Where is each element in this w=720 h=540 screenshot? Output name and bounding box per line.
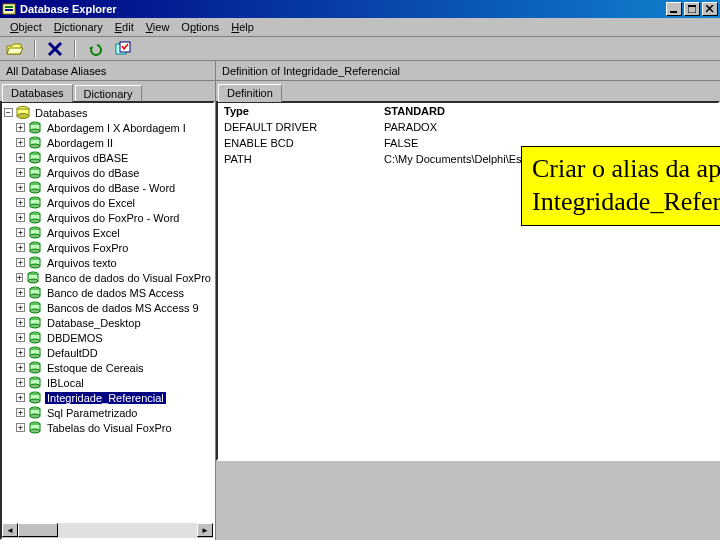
database-icon	[28, 406, 42, 419]
expand-icon[interactable]: +	[16, 408, 25, 417]
tree-item-label: Arquivos FoxPro	[45, 242, 130, 254]
database-icon	[28, 181, 42, 194]
tree-item[interactable]: +Estoque de Cereais	[4, 360, 211, 375]
expand-icon[interactable]: +	[16, 363, 25, 372]
expand-icon[interactable]: +	[16, 213, 25, 222]
database-icon	[28, 346, 42, 359]
tree-item[interactable]: +Arquivos do Excel	[4, 195, 211, 210]
menu-object[interactable]: Object	[4, 20, 48, 34]
expand-icon[interactable]: +	[16, 288, 25, 297]
tree-item[interactable]: +Sql Parametrizado	[4, 405, 211, 420]
menu-dictionary[interactable]: Dictionary	[48, 20, 109, 34]
tree-item[interactable]: +Arquivos FoxPro	[4, 240, 211, 255]
svg-point-74	[30, 399, 40, 403]
tree-item[interactable]: +Abordagem II	[4, 135, 211, 150]
database-icon	[28, 166, 42, 179]
cell-key: ENABLE BCD	[218, 135, 378, 151]
tree-item[interactable]: +Banco de dados MS Access	[4, 285, 211, 300]
svg-point-62	[30, 339, 40, 343]
grid-header: Type STANDARD	[218, 103, 718, 119]
expand-icon[interactable]: +	[16, 198, 25, 207]
open-button[interactable]	[4, 39, 26, 59]
scroll-track[interactable]	[58, 523, 197, 538]
menu-options[interactable]: Options	[175, 20, 225, 34]
right-pane-label: Definition of Integridade_Referencial	[216, 61, 720, 80]
expand-icon[interactable]: +	[16, 183, 25, 192]
database-icon	[28, 121, 42, 134]
expand-icon[interactable]: +	[16, 378, 25, 387]
tree-item[interactable]: +DBDEMOS	[4, 330, 211, 345]
cell-value: PARADOX	[378, 119, 443, 135]
tree-item[interactable]: +Database_Desktop	[4, 315, 211, 330]
expand-icon[interactable]: +	[16, 228, 25, 237]
tree-item-label: Arquivos texto	[45, 257, 119, 269]
expand-icon[interactable]: +	[16, 243, 25, 252]
tree-item-label: Arquivos do dBase	[45, 167, 141, 179]
app-icon	[2, 2, 16, 16]
apply-button[interactable]	[112, 39, 134, 59]
expand-icon[interactable]: +	[16, 333, 25, 342]
svg-point-50	[28, 279, 38, 283]
scroll-thumb[interactable]	[18, 523, 58, 537]
svg-point-20	[30, 129, 40, 133]
callout-line2: Integridade_Referencial	[532, 186, 720, 219]
cell-value: FALSE	[378, 135, 424, 151]
expand-icon[interactable]: +	[16, 123, 25, 132]
collapse-icon[interactable]: −	[4, 108, 13, 117]
expand-icon[interactable]: +	[16, 153, 25, 162]
tree-item[interactable]: +Integridade_Referencial	[4, 390, 211, 405]
scroll-right-button[interactable]: ►	[197, 523, 213, 537]
tree-item[interactable]: +Arquivos dBASE	[4, 150, 211, 165]
database-icon	[28, 421, 42, 434]
tree-root-label: Databases	[33, 107, 90, 119]
svg-point-65	[30, 354, 40, 358]
delete-button[interactable]	[44, 39, 66, 59]
cell-key: PATH	[218, 151, 378, 167]
expand-icon[interactable]: +	[16, 348, 25, 357]
tree-item-label: Tabelas do Visual FoxPro	[45, 422, 174, 434]
tree-item[interactable]: +Tabelas do Visual FoxPro	[4, 420, 211, 435]
svg-rect-5	[688, 5, 696, 7]
database-icon	[28, 331, 42, 344]
menu-view[interactable]: View	[140, 20, 176, 34]
horizontal-scrollbar[interactable]: ◄ ►	[2, 522, 213, 538]
menu-edit[interactable]: Edit	[109, 20, 140, 34]
undo-button[interactable]	[84, 39, 106, 59]
expand-icon[interactable]: +	[16, 393, 25, 402]
expand-icon[interactable]: +	[16, 168, 25, 177]
menu-help[interactable]: Help	[225, 20, 260, 34]
minimize-button[interactable]	[666, 2, 682, 16]
expand-icon[interactable]: +	[16, 318, 25, 327]
tree-item[interactable]: +Arquivos do FoxPro - Word	[4, 210, 211, 225]
expand-icon[interactable]: +	[16, 423, 25, 432]
tree-item[interactable]: +DefaultDD	[4, 345, 211, 360]
close-button[interactable]	[702, 2, 718, 16]
tab-databases[interactable]: Databases	[2, 84, 73, 102]
tree-item[interactable]: +Arquivos texto	[4, 255, 211, 270]
svg-point-44	[30, 249, 40, 253]
svg-point-53	[30, 294, 40, 298]
cell-key: DEFAULT DRIVER	[218, 119, 378, 135]
maximize-button[interactable]	[684, 2, 700, 16]
tree-item[interactable]: +Arquivos do dBase	[4, 165, 211, 180]
tree-item[interactable]: +IBLocal	[4, 375, 211, 390]
tab-definition[interactable]: Definition	[218, 84, 282, 102]
expand-icon[interactable]: +	[16, 303, 25, 312]
expand-icon[interactable]: +	[16, 138, 25, 147]
tree-item[interactable]: +Arquivos Excel	[4, 225, 211, 240]
table-row[interactable]: DEFAULT DRIVER PARADOX	[218, 119, 718, 135]
database-icon	[28, 151, 42, 164]
expand-icon[interactable]: +	[16, 258, 25, 267]
tree-item[interactable]: +Arquivos do dBase - Word	[4, 180, 211, 195]
expand-icon[interactable]: +	[16, 273, 23, 282]
tree-item[interactable]: +Abordagem I X Abordagem I	[4, 120, 211, 135]
scroll-left-button[interactable]: ◄	[2, 523, 18, 537]
tree-item-label: Arquivos do dBase - Word	[45, 182, 177, 194]
svg-point-47	[30, 264, 40, 268]
database-tree[interactable]: −Databases+Abordagem I X Abordagem I+Abo…	[2, 103, 213, 538]
tree-item[interactable]: +Banco de dados do Visual FoxPro	[4, 270, 211, 285]
tree-item[interactable]: +Bancos de dados MS Access 9	[4, 300, 211, 315]
svg-marker-9	[7, 48, 23, 54]
tree-item-label: Banco de dados MS Access	[45, 287, 186, 299]
tree-root[interactable]: −Databases	[4, 105, 211, 120]
